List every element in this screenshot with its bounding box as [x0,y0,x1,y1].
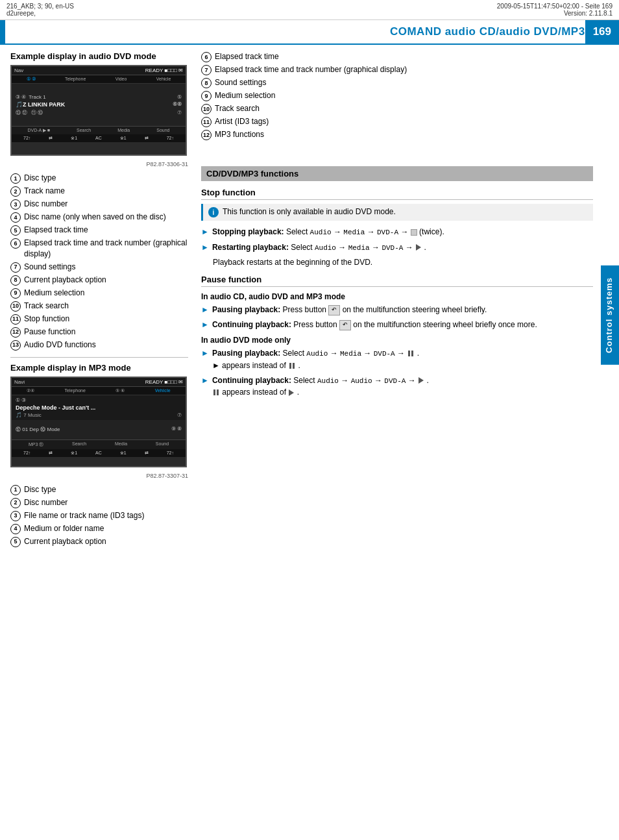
item-text-12: Pause function [24,327,188,338]
continuing-playback-cd-text: Continuing playback: Press button ↶ on t… [212,319,593,330]
arrow-bullet-pause-dvd: ► [201,347,209,359]
dvd-screen-bottom-bar: DVD-A ▶ ■ Search Media Sound [12,126,186,134]
pause-bars-icon-2 [289,363,295,369]
continuing-dvd-label: Continuing playback: [212,376,291,385]
item-num-2: 2 [10,186,21,197]
dvd-screen-middle: ③ ④ Track 1 ⑤ 🎵Z LINKIN PARK ⑥⑧ ⑬ ⑫ ⑪ ⑩ … [12,84,186,126]
r-item-text-11: Artist (ID3 tags) [215,116,593,127]
dvd-section-title: Example display in audio DVD mode [10,51,188,61]
meta-right: 2009-05-15T11:47:50+02:00 - Seite 169 Ve… [497,3,613,17]
arrow-bullet-continue-cd: ► [201,319,209,330]
list-item: 10 Track search [10,301,188,312]
audio-cd-subhead: In audio CD, audio DVD and MP3 mode [201,292,593,301]
r-item-text-10: Track search [215,103,593,114]
list-item: 3 Disc number [10,199,188,210]
dvd-caption: P82.87-3306-31 [10,161,188,167]
pausing-cd-label: Pausing playback: [212,305,280,314]
mp3-screen-status: 72↑ ⇄ ※1 AC ※1 ⇄ 72↑ [12,449,186,457]
restart-extra-text: Playback restarts at the beginning of th… [201,256,593,268]
arrow-bullet-continue-dvd: ► [201,375,209,386]
item-text-10: Track search [24,301,188,312]
mp3-item-text-2: Disc number [24,497,188,508]
restarting-playback-text: Restarting playback: Select Audio → Medi… [212,241,593,254]
mp3-item-text-4: Medium or folder name [24,523,188,534]
continuing-playback-cd-item: ► Continuing playback: Press button ↶ on… [201,319,593,330]
item-num-8: 8 [10,275,21,286]
continuing-cd-label: Continuing playback: [212,320,291,329]
item-num-12: 12 [10,327,21,338]
pausing-playback-dvd-text: Pausing playback: Select Audio → Media →… [212,347,593,371]
mp3-caption: P82.87-3307-31 [10,473,188,479]
item-num-4: 4 [10,212,21,223]
r-item-text-7: Elapsed track time and track number (gra… [215,64,593,75]
list-item: 8 Sound settings [201,77,593,88]
pause-function-section: Pause function In audio CD, audio DVD an… [201,275,593,398]
item-text-11: Stop function [24,314,188,325]
mp3-item-text-1: Disc type [24,484,188,495]
pausing-playback-cd-text: Pausing playback: Press button ↶ on the … [212,304,593,315]
mp3-screen-image: Navi READY ■□□□ ✉ ②④ Telephone ⑤ ⑥ Vehic… [10,377,187,467]
mp3-item-num-4: 4 [10,524,21,534]
list-item: 4 Medium or folder name [10,523,188,534]
item-num-7: 7 [10,262,21,273]
r-item-text-8: Sound settings [215,77,593,88]
restarting-label: Restarting playback: [212,243,289,252]
stop-function-section: Stop function i This function is only av… [201,188,593,268]
dvd-screen-top-bar: Nav READY ■□□□ ✉ [12,66,186,75]
item-text-2: Track name [24,186,188,197]
r-item-text-6: Elapsed track time [215,51,593,62]
item-num-6: 6 [10,238,21,249]
pausing-dvd-label: Pausing playback: [212,349,280,358]
r-item-text-12: MP3 functions [215,129,593,140]
list-item: 5 Elapsed track time [10,225,188,236]
info-icon: i [208,207,219,217]
item-text-13: Audio DVD functions [24,340,188,351]
mp3-item-text-3: File name or track name (ID3 tags) [24,510,188,521]
list-item: 6 Elapsed track time and track number (g… [10,238,188,260]
list-item: 11 Stop function [10,314,188,325]
item-text-6: Elapsed track time and track number (gra… [24,238,188,260]
main-content: Example display in audio DVD mode Nav RE… [0,45,619,554]
dvd-mode-section: Example display in audio DVD mode Nav RE… [10,51,188,351]
item-text-9: Medium selection [24,288,188,299]
item-num-13: 13 [10,340,21,351]
list-item: 7 Sound settings [10,262,188,273]
list-item: 2 Track name [10,186,188,197]
mp3-item-num-2: 2 [10,498,21,508]
steering-button-continue: ↶ [339,320,351,330]
page-number: 169 [585,20,619,43]
item-text-7: Sound settings [24,262,188,273]
list-item: 5 Current playback option [10,536,188,547]
item-num-5: 5 [10,225,21,236]
list-item: 12 Pause function [10,327,188,338]
pausing-playback-cd-item: ► Pausing playback: Press button ↶ on th… [201,304,593,315]
info-text: This function is only available in audio… [223,207,396,216]
list-item: 6 Elapsed track time [201,51,593,62]
right-column: 6 Elapsed track time 7 Elapsed track tim… [195,51,619,554]
dvd-only-subhead: In audio DVD mode only [201,336,593,345]
list-item: 9 Medium selection [201,90,593,101]
page-header: COMAND audio CD/audio DVD/MP3 169 [0,20,619,45]
item-text-8: Current playback option [24,275,188,286]
r-item-num-9: 9 [201,91,212,101]
item-text-1: Disc type [24,173,188,184]
mp3-item-num-3: 3 [10,511,21,521]
list-item: 1 Disc type [10,173,188,184]
stopping-playback-item: ► Stopping playback: Select Audio → Medi… [201,226,593,238]
list-item: 4 Disc name (only when saved on the disc… [10,212,188,223]
header-blue-accent [0,20,5,43]
pause-section-title: Pause function [201,275,593,287]
mp3-screen-top-bar: Navi READY ■□□□ ✉ [12,378,186,387]
spacer [201,147,593,166]
dvd-screen-image: Nav READY ■□□□ ✉ ① ② Telephone Video Veh… [10,65,187,156]
mp3-screen-middle: ⑫ 01 Dep ⑩ Mode ⑨ ⑧ [12,420,186,439]
top-meta-bar: 216_AKB; 3; 90, en-US d2ureepe, 2009-05-… [0,0,619,20]
arrow-bullet-restart: ► [201,241,209,253]
item-num-9: 9 [10,288,21,299]
mp3-item-num-5: 5 [10,537,21,547]
dvd-right-items: 6 Elapsed track time 7 Elapsed track tim… [201,51,593,140]
mp3-screen-bottom-bar: MP3 ⑪ Search Media Sound [12,439,186,449]
list-item: 1 Disc type [10,484,188,495]
pause-bars-icon [408,351,413,356]
r-item-num-6: 6 [201,52,212,62]
